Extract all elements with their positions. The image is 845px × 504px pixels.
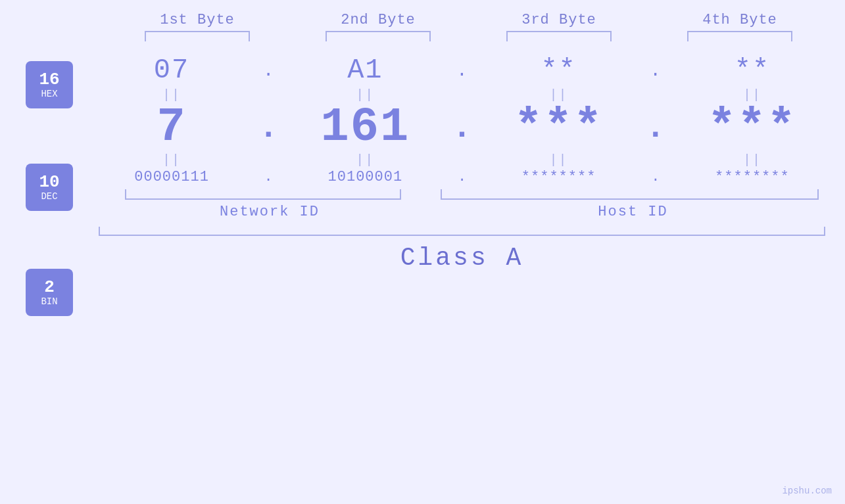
dec-badge-num: 10 xyxy=(39,173,59,192)
badges-column: 16 HEX 10 DEC 2 BIN xyxy=(0,48,92,504)
hex-byte1: 07 xyxy=(99,55,244,86)
bracket-line-2 xyxy=(326,31,431,41)
bracket-line-4 xyxy=(687,31,792,41)
top-brackets xyxy=(107,31,831,41)
bracket-line-3 xyxy=(506,31,612,41)
eq8: || xyxy=(680,152,825,168)
hex-byte4: ** xyxy=(680,55,825,86)
bin-byte2: 10100001 xyxy=(293,169,437,185)
byte1-label: 1st Byte xyxy=(125,12,270,28)
hex-dot2: . xyxy=(452,60,471,81)
dec-dot1: . xyxy=(258,109,278,147)
bin-row: 00000111 . 10100001 . ******** . *******… xyxy=(92,169,832,185)
eq-row-2: || || || || xyxy=(92,152,832,168)
bin-byte3: ******** xyxy=(487,169,631,185)
bracket-byte2 xyxy=(306,31,450,41)
host-bracket xyxy=(441,189,819,200)
hex-badge: 16 HEX xyxy=(26,61,73,108)
hex-byte3: ** xyxy=(487,55,631,86)
byte4-label: 4th Byte xyxy=(667,12,812,28)
hex-row: 07 . A1 . ** . ** xyxy=(92,55,832,86)
dec-badge: 10 DEC xyxy=(26,164,73,211)
class-label-row: Class A xyxy=(92,244,832,272)
hex-badge-label: HEX xyxy=(41,89,57,99)
network-id-label: Network ID xyxy=(99,204,441,220)
bottom-brackets-row xyxy=(92,189,832,200)
class-bracket-wrap xyxy=(92,227,832,236)
class-bracket xyxy=(99,227,825,236)
dec-byte3: *** xyxy=(487,104,631,151)
main-container: 1st Byte 2nd Byte 3rd Byte 4th Byte 16 H… xyxy=(0,0,845,504)
bin-badge-label: BIN xyxy=(41,297,57,307)
dec-row: 7 . 161 . *** . *** xyxy=(92,104,832,151)
bin-byte1: 00000111 xyxy=(99,169,244,185)
eq6: || xyxy=(293,152,437,168)
byte2-label: 2nd Byte xyxy=(306,12,450,28)
id-labels-row: Network ID Host ID xyxy=(92,204,832,220)
class-label: Class A xyxy=(400,244,524,272)
bracket-byte4 xyxy=(667,31,812,41)
bin-badge-num: 2 xyxy=(44,278,55,297)
network-bracket xyxy=(125,189,401,200)
eq7: || xyxy=(487,152,631,168)
dec-dot3: . xyxy=(646,109,665,147)
hex-byte2: A1 xyxy=(293,55,437,86)
bracket-line-1 xyxy=(145,31,250,41)
dec-byte1: 7 xyxy=(99,104,244,151)
dec-dot2: . xyxy=(452,109,471,147)
eq5: || xyxy=(99,152,244,168)
byte-labels-row: 1st Byte 2nd Byte 3rd Byte 4th Byte xyxy=(107,12,831,28)
bin-badge: 2 BIN xyxy=(26,269,73,316)
bracket-byte1 xyxy=(125,31,270,41)
hex-dot3: . xyxy=(646,60,665,81)
watermark: ipshu.com xyxy=(782,486,832,496)
data-section: 07 . A1 . ** . ** || || || || 7 . xyxy=(92,48,845,504)
bin-dot3: . xyxy=(646,169,665,185)
host-id-label: Host ID xyxy=(441,204,825,220)
bracket-byte3 xyxy=(487,31,631,41)
dec-byte4: *** xyxy=(680,104,825,151)
dec-byte2: 161 xyxy=(293,104,437,151)
hex-badge-num: 16 xyxy=(39,70,59,89)
hex-dot1: . xyxy=(258,60,278,81)
dec-badge-label: DEC xyxy=(41,192,57,202)
bracket-gap xyxy=(401,189,441,200)
bin-byte4: ******** xyxy=(680,169,825,185)
byte3-label: 3rd Byte xyxy=(487,12,631,28)
bin-dot1: . xyxy=(258,169,278,185)
bin-dot2: . xyxy=(452,169,471,185)
